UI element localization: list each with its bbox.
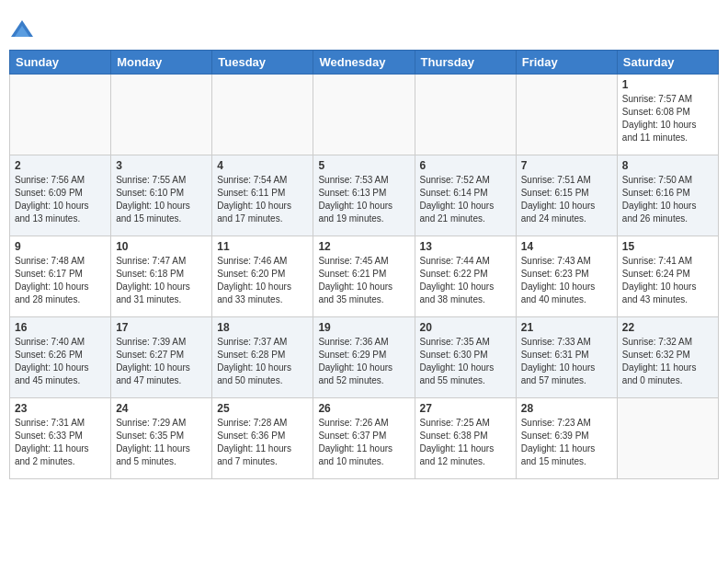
calendar-day-cell: 10Sunrise: 7:47 AM Sunset: 6:18 PM Dayli… (111, 236, 212, 317)
day-number: 22 (622, 321, 713, 334)
day-info: Sunrise: 7:50 AM Sunset: 6:16 PM Dayligh… (622, 174, 713, 225)
day-number: 16 (15, 321, 106, 334)
calendar-day-cell: 4Sunrise: 7:54 AM Sunset: 6:11 PM Daylig… (212, 155, 313, 236)
calendar-day-cell: 20Sunrise: 7:35 AM Sunset: 6:30 PM Dayli… (415, 317, 516, 398)
calendar-table: SundayMondayTuesdayWednesdayThursdayFrid… (9, 50, 719, 479)
calendar-day-cell: 25Sunrise: 7:28 AM Sunset: 6:36 PM Dayli… (212, 398, 313, 479)
calendar-day-cell: 22Sunrise: 7:32 AM Sunset: 6:32 PM Dayli… (617, 317, 718, 398)
calendar-day-cell: 12Sunrise: 7:45 AM Sunset: 6:21 PM Dayli… (313, 236, 415, 317)
day-info: Sunrise: 7:33 AM Sunset: 6:31 PM Dayligh… (521, 336, 612, 387)
day-info: Sunrise: 7:37 AM Sunset: 6:28 PM Dayligh… (217, 336, 308, 387)
day-number: 17 (116, 321, 207, 334)
calendar-day-cell: 23Sunrise: 7:31 AM Sunset: 6:33 PM Dayli… (10, 398, 111, 479)
day-info: Sunrise: 7:57 AM Sunset: 6:08 PM Dayligh… (622, 93, 713, 144)
day-info: Sunrise: 7:46 AM Sunset: 6:20 PM Dayligh… (217, 255, 308, 306)
calendar-day-cell: 2Sunrise: 7:56 AM Sunset: 6:09 PM Daylig… (10, 155, 111, 236)
day-number: 28 (521, 402, 612, 415)
day-info: Sunrise: 7:54 AM Sunset: 6:11 PM Dayligh… (217, 174, 308, 225)
day-number: 5 (318, 159, 409, 172)
day-number: 13 (420, 240, 511, 253)
calendar-day-cell: 9Sunrise: 7:48 AM Sunset: 6:17 PM Daylig… (10, 236, 111, 317)
calendar-header-row: SundayMondayTuesdayWednesdayThursdayFrid… (10, 51, 719, 75)
logo (9, 17, 39, 42)
calendar-day-cell: 16Sunrise: 7:40 AM Sunset: 6:26 PM Dayli… (10, 317, 111, 398)
calendar-day-cell (10, 75, 111, 155)
day-info: Sunrise: 7:43 AM Sunset: 6:23 PM Dayligh… (521, 255, 612, 306)
day-number: 10 (116, 240, 207, 253)
calendar-day-cell: 27Sunrise: 7:25 AM Sunset: 6:38 PM Dayli… (415, 398, 516, 479)
day-number: 18 (217, 321, 308, 334)
calendar-day-cell: 17Sunrise: 7:39 AM Sunset: 6:27 PM Dayli… (111, 317, 212, 398)
day-info: Sunrise: 7:40 AM Sunset: 6:26 PM Dayligh… (15, 336, 106, 387)
calendar-day-cell: 15Sunrise: 7:41 AM Sunset: 6:24 PM Dayli… (617, 236, 718, 317)
day-info: Sunrise: 7:52 AM Sunset: 6:14 PM Dayligh… (420, 174, 511, 225)
calendar-week-row: 1Sunrise: 7:57 AM Sunset: 6:08 PM Daylig… (10, 75, 719, 155)
calendar-day-cell: 7Sunrise: 7:51 AM Sunset: 6:15 PM Daylig… (516, 155, 617, 236)
day-info: Sunrise: 7:36 AM Sunset: 6:29 PM Dayligh… (318, 336, 409, 387)
day-info: Sunrise: 7:41 AM Sunset: 6:24 PM Dayligh… (622, 255, 713, 306)
day-number: 7 (521, 159, 612, 172)
day-number: 1 (622, 78, 713, 91)
day-info: Sunrise: 7:51 AM Sunset: 6:15 PM Dayligh… (521, 174, 612, 225)
day-number: 14 (521, 240, 612, 253)
column-header-sunday: Sunday (10, 51, 111, 75)
calendar-day-cell: 26Sunrise: 7:26 AM Sunset: 6:37 PM Dayli… (313, 398, 415, 479)
column-header-friday: Friday (516, 51, 617, 75)
day-number: 26 (318, 402, 409, 415)
calendar-day-cell: 18Sunrise: 7:37 AM Sunset: 6:28 PM Dayli… (212, 317, 313, 398)
calendar-day-cell: 3Sunrise: 7:55 AM Sunset: 6:10 PM Daylig… (111, 155, 212, 236)
logo-icon (9, 17, 35, 42)
calendar-day-cell (617, 398, 718, 479)
day-number: 25 (217, 402, 308, 415)
day-number: 19 (318, 321, 409, 334)
calendar-week-row: 2Sunrise: 7:56 AM Sunset: 6:09 PM Daylig… (10, 155, 719, 236)
day-number: 2 (15, 159, 106, 172)
calendar-day-cell: 19Sunrise: 7:36 AM Sunset: 6:29 PM Dayli… (313, 317, 415, 398)
day-number: 20 (420, 321, 511, 334)
column-header-saturday: Saturday (617, 51, 718, 75)
day-number: 12 (318, 240, 409, 253)
calendar-day-cell (111, 75, 212, 155)
calendar-day-cell (415, 75, 516, 155)
day-info: Sunrise: 7:29 AM Sunset: 6:35 PM Dayligh… (116, 417, 207, 468)
calendar-week-row: 23Sunrise: 7:31 AM Sunset: 6:33 PM Dayli… (10, 398, 719, 479)
day-info: Sunrise: 7:25 AM Sunset: 6:38 PM Dayligh… (420, 417, 511, 468)
day-info: Sunrise: 7:48 AM Sunset: 6:17 PM Dayligh… (15, 255, 106, 306)
day-info: Sunrise: 7:28 AM Sunset: 6:36 PM Dayligh… (217, 417, 308, 468)
calendar-day-cell: 24Sunrise: 7:29 AM Sunset: 6:35 PM Dayli… (111, 398, 212, 479)
calendar-day-cell: 8Sunrise: 7:50 AM Sunset: 6:16 PM Daylig… (617, 155, 718, 236)
day-number: 4 (217, 159, 308, 172)
calendar-day-cell: 6Sunrise: 7:52 AM Sunset: 6:14 PM Daylig… (415, 155, 516, 236)
day-info: Sunrise: 7:35 AM Sunset: 6:30 PM Dayligh… (420, 336, 511, 387)
day-info: Sunrise: 7:44 AM Sunset: 6:22 PM Dayligh… (420, 255, 511, 306)
day-info: Sunrise: 7:39 AM Sunset: 6:27 PM Dayligh… (116, 336, 207, 387)
day-number: 21 (521, 321, 612, 334)
day-number: 23 (15, 402, 106, 415)
day-info: Sunrise: 7:55 AM Sunset: 6:10 PM Dayligh… (116, 174, 207, 225)
calendar-day-cell: 28Sunrise: 7:23 AM Sunset: 6:39 PM Dayli… (516, 398, 617, 479)
day-number: 6 (420, 159, 511, 172)
column-header-tuesday: Tuesday (212, 51, 313, 75)
day-info: Sunrise: 7:31 AM Sunset: 6:33 PM Dayligh… (15, 417, 106, 468)
day-info: Sunrise: 7:45 AM Sunset: 6:21 PM Dayligh… (318, 255, 409, 306)
calendar-day-cell (212, 75, 313, 155)
column-header-monday: Monday (111, 51, 212, 75)
day-number: 24 (116, 402, 207, 415)
column-header-thursday: Thursday (415, 51, 516, 75)
day-number: 8 (622, 159, 713, 172)
day-info: Sunrise: 7:47 AM Sunset: 6:18 PM Dayligh… (116, 255, 207, 306)
calendar-day-cell: 21Sunrise: 7:33 AM Sunset: 6:31 PM Dayli… (516, 317, 617, 398)
calendar-day-cell: 5Sunrise: 7:53 AM Sunset: 6:13 PM Daylig… (313, 155, 415, 236)
day-info: Sunrise: 7:23 AM Sunset: 6:39 PM Dayligh… (521, 417, 612, 468)
calendar-day-cell: 14Sunrise: 7:43 AM Sunset: 6:23 PM Dayli… (516, 236, 617, 317)
calendar-day-cell (313, 75, 415, 155)
calendar-day-cell: 1Sunrise: 7:57 AM Sunset: 6:08 PM Daylig… (617, 75, 718, 155)
day-info: Sunrise: 7:26 AM Sunset: 6:37 PM Dayligh… (318, 417, 409, 468)
day-number: 3 (116, 159, 207, 172)
page-header (9, 9, 719, 42)
day-number: 27 (420, 402, 511, 415)
day-info: Sunrise: 7:32 AM Sunset: 6:32 PM Dayligh… (622, 336, 713, 387)
day-info: Sunrise: 7:53 AM Sunset: 6:13 PM Dayligh… (318, 174, 409, 225)
calendar-week-row: 9Sunrise: 7:48 AM Sunset: 6:17 PM Daylig… (10, 236, 719, 317)
calendar-day-cell: 11Sunrise: 7:46 AM Sunset: 6:20 PM Dayli… (212, 236, 313, 317)
